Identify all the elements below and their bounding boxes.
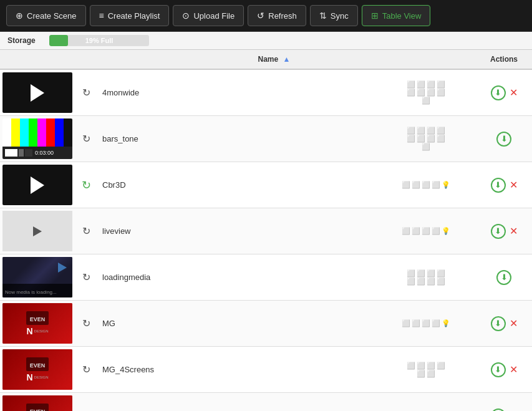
monitor-icon: ⬜ — [427, 127, 435, 135]
bulb-icon: 💡 — [442, 319, 450, 327]
refresh-button[interactable]: ↺ Refresh — [248, 5, 306, 26]
sort-icon: ▲ — [283, 55, 291, 64]
delete-button[interactable]: ✕ — [510, 179, 518, 191]
monitor-icon: ⬜ — [437, 362, 445, 370]
name-cell: bars_tone — [97, 116, 376, 162]
monitor-icon: ⬜ — [402, 319, 410, 327]
actions-cell: ⬇ — [476, 254, 532, 301]
download-button[interactable]: ⬇ — [491, 178, 506, 193]
media-name: loadingmedia — [102, 273, 150, 282]
reload-icon[interactable]: ↻ — [82, 87, 90, 98]
reload-cell: ↻ — [75, 393, 97, 412]
reload-cell: ↻ — [75, 162, 97, 208]
name-cell: MG — [97, 301, 376, 347]
thumbnail — [2, 72, 72, 113]
screens-cell: ⬜⬜⬜⬜💡 — [376, 301, 476, 347]
grid-icon: ⊞ — [371, 11, 379, 21]
table-view-label: Table View — [382, 11, 422, 21]
thumbnail: Now media is loading... — [2, 257, 72, 297]
create-playlist-label: Create Playlist — [108, 11, 160, 21]
actions-cell: ⬇ ✕ — [476, 301, 532, 347]
event-label: EVEN — [30, 409, 46, 412]
download-button[interactable]: ⬇ — [491, 409, 506, 412]
reload-icon[interactable]: ↻ — [82, 364, 90, 375]
name-cell: liveview — [97, 208, 376, 254]
actions-cell: ⬇ ✕ — [476, 69, 532, 116]
reload-cell: ↻ — [75, 347, 97, 393]
thumbnail-cell — [0, 162, 75, 208]
download-button[interactable]: ⬇ — [496, 270, 511, 285]
screens-cell: ⬜⬜⬜⬜💡 — [376, 393, 476, 412]
col-header-actions: Actions — [476, 50, 532, 69]
monitor-icon: ⬜ — [427, 362, 435, 370]
delete-button[interactable]: ✕ — [510, 225, 518, 237]
col-header-name[interactable]: Name ▲ — [97, 50, 376, 69]
create-playlist-button[interactable]: ≡ Create Playlist — [90, 5, 170, 26]
sync-label: Sync — [331, 11, 349, 21]
table-body: ↻ 4monwide ⬜⬜⬜⬜⬜⬜⬜⬜⬜ ⬇ ✕ — [0, 69, 532, 411]
monitor-icon: ⬜ — [427, 80, 435, 89]
delete-button[interactable]: ✕ — [510, 317, 518, 329]
table-view-button[interactable]: ⊞ Table View — [362, 5, 431, 26]
thumbnail: EVEN N DESIGN — [2, 395, 72, 411]
table-row: Now media is loading... ↻ loadingmedia ⬜… — [0, 254, 532, 301]
download-button[interactable]: ⬇ — [496, 132, 511, 147]
download-button[interactable]: ⬇ — [491, 362, 506, 377]
table-row: EVEN N DESIGN ↻ MG_4Screens ⬜⬜⬜⬜⬜⬜ ⬇ — [0, 347, 532, 393]
table-row: ↻ liveview ⬜⬜⬜⬜💡 ⬇ ✕ — [0, 208, 532, 254]
monitor-icon: ⬜ — [427, 269, 435, 278]
monitor-icon: ⬜ — [432, 227, 440, 235]
monitor-icon: ⬜ — [422, 227, 430, 235]
table-row: EVEN N DESIGN ↻ MG ⬜⬜⬜⬜💡 ⬇ ✕ — [0, 301, 532, 347]
thumbnail: 0:03:00 — [2, 118, 72, 159]
screens-cell: ⬜⬜⬜⬜💡 — [376, 162, 476, 208]
download-button[interactable]: ⬇ — [491, 224, 506, 239]
storage-bar: Storage 19% Full — [0, 32, 532, 50]
upload-file-label: Upload File — [193, 11, 235, 21]
actions-cell: ⬇ ✕ — [476, 393, 532, 412]
screens-cell: ⬜⬜⬜⬜⬜⬜⬜⬜⬜ — [376, 69, 476, 116]
thumbnail-cell: EVEN N DESIGN — [0, 347, 75, 393]
media-name: Cbr3D — [102, 180, 126, 190]
col-header-thumb — [0, 50, 97, 69]
monitor-icon: ⬜ — [412, 319, 420, 327]
svg-marker-0 — [58, 263, 67, 273]
name-cell: loadingmedia — [97, 254, 376, 301]
delete-button[interactable]: ✕ — [510, 364, 518, 375]
reload-icon[interactable]: ↻ — [82, 133, 90, 144]
delete-button[interactable]: ✕ — [510, 87, 518, 99]
monitor-icon: ⬜ — [417, 89, 425, 97]
actions-cell: ⬇ ✕ — [476, 162, 532, 208]
upload-file-button[interactable]: ⊙ Upload File — [173, 5, 244, 26]
monitor-icon: ⬜ — [402, 227, 410, 235]
reload-icon[interactable]: ↻ — [82, 226, 90, 236]
create-scene-button[interactable]: ⊕ Create Scene — [6, 5, 86, 26]
thumbnail-cell: 0:03:00 — [0, 116, 75, 162]
sync-button[interactable]: ⇅ Sync — [310, 5, 358, 26]
download-button[interactable]: ⬇ — [491, 316, 506, 331]
media-name: MG — [102, 319, 115, 328]
monitor-icon: ⬜ — [412, 227, 420, 235]
monitor-icon: ⬜ — [437, 278, 445, 286]
reload-icon[interactable]: ↻ — [82, 179, 91, 191]
thumbnail-cell: Now media is loading... — [0, 254, 75, 301]
play-icon — [55, 261, 69, 274]
monitor-icon: ⬜ — [432, 181, 440, 189]
name-cell: MG_4Screens — [97, 347, 376, 393]
reload-icon[interactable]: ↻ — [82, 318, 90, 329]
screens-cell: ⬜⬜⬜⬜⬜⬜⬜⬜ — [376, 254, 476, 301]
thumbnail-cell: EVEN N DESIGN — [0, 393, 75, 412]
monitor-icon: ⬜ — [437, 269, 445, 278]
download-button[interactable]: ⬇ — [491, 85, 506, 100]
media-name: bars_tone — [102, 134, 138, 143]
reload-icon[interactable]: ↻ — [82, 272, 90, 283]
monitor-icon: ⬜ — [422, 319, 430, 327]
refresh-label: Refresh — [268, 11, 297, 21]
monitor-icon: ⬜ — [422, 181, 430, 189]
monitor-icon: ⬜ — [427, 370, 435, 378]
screens-cell: ⬜⬜⬜⬜💡 — [376, 208, 476, 254]
monitor-icon: ⬜ — [407, 80, 415, 89]
thumbnail: EVEN N DESIGN — [2, 303, 72, 344]
reload-cell: ↻ — [75, 301, 97, 347]
screens-cell: ⬜⬜⬜⬜⬜⬜ — [376, 347, 476, 393]
